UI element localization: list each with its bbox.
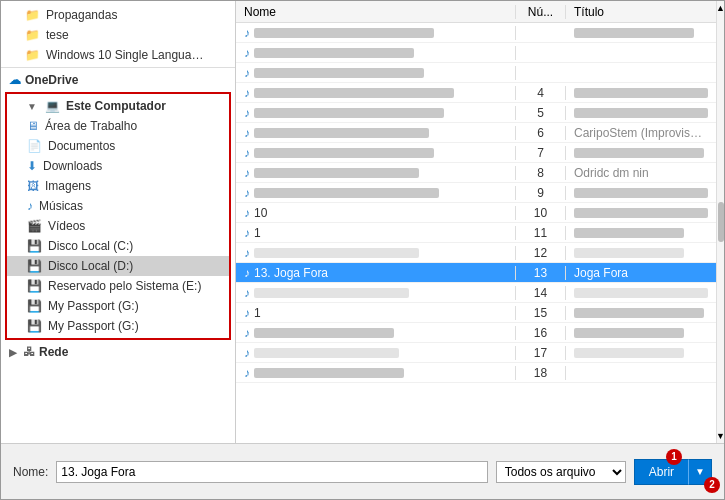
sidebar-item-musicas[interactable]: ♪ Músicas — [7, 196, 229, 216]
file-name-bar — [254, 128, 429, 138]
scroll-up-icon[interactable]: ▲ — [716, 3, 724, 13]
sidebar-item-tese[interactable]: 📁 tese — [1, 25, 235, 45]
table-row[interactable]: ♪115 — [236, 303, 716, 323]
downloads-icon: ⬇ — [27, 159, 37, 173]
music-file-icon: ♪ — [244, 46, 250, 60]
file-number: 13 — [516, 266, 566, 280]
col-name-header[interactable]: Nome — [236, 5, 516, 19]
table-row[interactable]: ♪14 — [236, 283, 716, 303]
drive-icon: 💾 — [27, 239, 42, 253]
network-icon: 🖧 — [23, 345, 35, 359]
file-title — [566, 288, 716, 298]
sidebar-item-passport-g1[interactable]: 💾 My Passport (G:) — [7, 296, 229, 316]
table-row[interactable]: ♪8Odridc dm nin — [236, 163, 716, 183]
file-title-text: Odridc dm nin — [574, 166, 649, 180]
sidebar-onedrive[interactable]: ☁ OneDrive — [1, 70, 235, 90]
filter-combo[interactable]: Todos os arquivo — [496, 461, 626, 483]
col-num-header[interactable]: Nú... — [516, 5, 566, 19]
sidebar-item-reservado[interactable]: 💾 Reservado pelo Sistema (E:) — [7, 276, 229, 296]
table-row[interactable]: ♪5 — [236, 103, 716, 123]
sidebar-item-label: Disco Local (C:) — [48, 239, 133, 253]
scroll-down-icon[interactable]: ▼ — [716, 431, 724, 441]
sidebar-item-videos[interactable]: 🎬 Vídeos — [7, 216, 229, 236]
file-title-bar — [574, 348, 684, 358]
content-area: 📁 Propagandas 📁 tese 📁 Windows 10 Single… — [1, 1, 724, 443]
table-row[interactable]: ♪18 — [236, 363, 716, 383]
name-input[interactable] — [56, 461, 487, 483]
file-title-bar — [574, 288, 708, 298]
music-file-icon: ♪ — [244, 246, 250, 260]
sidebar: 📁 Propagandas 📁 tese 📁 Windows 10 Single… — [1, 1, 236, 443]
sidebar-item-propagandas[interactable]: 📁 Propagandas — [1, 5, 235, 25]
sidebar-item-rede[interactable]: ▶ 🖧 Rede — [1, 342, 235, 362]
table-row[interactable]: ♪12 — [236, 243, 716, 263]
table-row[interactable]: ♪1010 — [236, 203, 716, 223]
sidebar-este-computador-group: ▼ 💻 Este Computador 🖥 Área de Trabalho 📄… — [5, 92, 231, 340]
music-file-icon: ♪ — [244, 286, 250, 300]
file-name-bar — [254, 28, 434, 38]
table-row[interactable]: ♪111 — [236, 223, 716, 243]
sidebar-item-label: My Passport (G:) — [48, 319, 139, 333]
table-row[interactable]: ♪16 — [236, 323, 716, 343]
music-icon: ♪ — [27, 199, 33, 213]
open-dialog: 📁 Propagandas 📁 tese 📁 Windows 10 Single… — [0, 0, 725, 500]
table-row[interactable]: ♪13. Joga Fora13Joga Fora — [236, 263, 716, 283]
open-button[interactable]: Abrir — [634, 459, 688, 485]
music-file-icon: ♪ — [244, 106, 250, 120]
file-name: 13. Joga Fora — [254, 266, 328, 280]
music-file-icon: ♪ — [244, 126, 250, 140]
sidebar-item-este-computador[interactable]: ▼ 💻 Este Computador — [7, 96, 229, 116]
file-title — [566, 248, 716, 258]
sidebar-item-label: Downloads — [43, 159, 102, 173]
file-title: CaripoStem (Improvise ad — [566, 126, 716, 140]
file-title-bar — [574, 88, 708, 98]
file-title — [566, 148, 716, 158]
sidebar-item-win10[interactable]: 📁 Windows 10 Single Language pt-br co — [1, 45, 235, 65]
drive-icon: 💾 — [27, 299, 42, 313]
folder-icon: 📁 — [25, 8, 40, 22]
table-row[interactable]: ♪7 — [236, 143, 716, 163]
sidebar-item-label: Vídeos — [48, 219, 85, 233]
sidebar-item-disco-c[interactable]: 💾 Disco Local (C:) — [7, 236, 229, 256]
file-title-bar — [574, 148, 704, 158]
videos-icon: 🎬 — [27, 219, 42, 233]
file-name-bar — [254, 248, 419, 258]
name-label: Nome: — [13, 465, 48, 479]
file-title — [566, 108, 716, 118]
sidebar-item-imagens[interactable]: 🖼 Imagens — [7, 176, 229, 196]
docs-icon: 📄 — [27, 139, 42, 153]
sidebar-item-passport-g2[interactable]: 💾 My Passport (G:) — [7, 316, 229, 336]
file-number: 6 — [516, 126, 566, 140]
music-file-icon: ♪ — [244, 366, 250, 380]
file-name-bar — [254, 48, 414, 58]
table-row[interactable]: ♪ — [236, 23, 716, 43]
sidebar-item-area-trabalho[interactable]: 🖥 Área de Trabalho — [7, 116, 229, 136]
file-name: 1 — [254, 226, 261, 240]
music-file-icon: ♪ — [244, 26, 250, 40]
table-row[interactable]: ♪9 — [236, 183, 716, 203]
vertical-scrollbar[interactable]: ▲ ▼ — [716, 1, 724, 443]
file-name-bar — [254, 148, 434, 158]
table-row[interactable]: ♪ — [236, 63, 716, 83]
table-row[interactable]: ♪17 — [236, 343, 716, 363]
file-title-text: CaripoStem (Improvise ad — [574, 126, 708, 140]
table-row[interactable]: ♪ — [236, 43, 716, 63]
bottom-bar: Nome: Todos os arquivo 1 Abrir ▼ 2 — [1, 443, 724, 499]
file-title-bar — [574, 328, 684, 338]
sidebar-item-documentos[interactable]: 📄 Documentos — [7, 136, 229, 156]
pc-icon: 💻 — [45, 99, 60, 113]
file-name-bar — [254, 68, 424, 78]
scroll-thumb[interactable] — [718, 202, 724, 242]
file-title-bar — [574, 108, 708, 118]
file-title — [566, 188, 716, 198]
file-title-bar — [574, 28, 694, 38]
music-file-icon: ♪ — [244, 266, 250, 280]
table-row[interactable]: ♪4 — [236, 83, 716, 103]
sidebar-item-downloads[interactable]: ⬇ Downloads — [7, 156, 229, 176]
music-file-icon: ♪ — [244, 166, 250, 180]
table-row[interactable]: ♪6CaripoStem (Improvise ad — [236, 123, 716, 143]
sidebar-item-disco-d[interactable]: 💾 Disco Local (D:) — [7, 256, 229, 276]
file-number: 9 — [516, 186, 566, 200]
col-title-header[interactable]: Título — [566, 5, 716, 19]
chevron-icon: ▼ — [27, 101, 37, 112]
